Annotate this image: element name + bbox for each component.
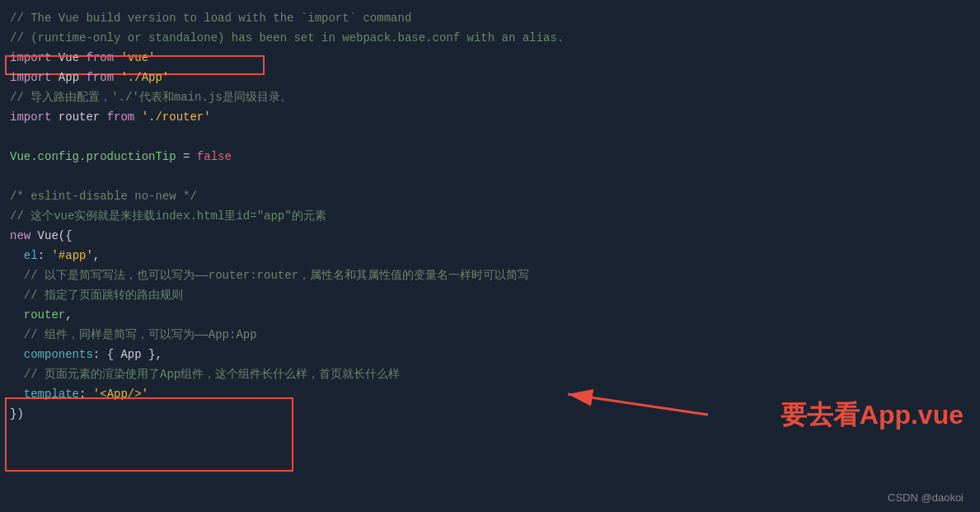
code-text <box>114 68 120 87</box>
code-text <box>10 345 24 364</box>
code-text: import <box>10 108 51 126</box>
code-line-6: import router from './router' <box>0 107 980 127</box>
code-text: el <box>24 247 38 265</box>
code-line-11: // 这个vue实例就是来挂载index.html里id="app"的元素 <box>0 206 980 226</box>
svg-line-1 <box>568 394 708 415</box>
watermark: CSDN @daokoi <box>888 491 964 504</box>
code-text: : { App }, <box>93 345 162 364</box>
code-text: // The Vue build version to load with th… <box>10 9 411 27</box>
code-text: : <box>38 247 52 265</box>
code-text: components <box>24 345 93 364</box>
code-editor: // The Vue build version to load with th… <box>0 0 980 512</box>
code-text: from <box>86 68 114 87</box>
code-line-4: import App from './App' <box>0 68 980 87</box>
code-text: // 这个vue实例就是来挂载index.html里id="app"的元素 <box>10 207 326 225</box>
code-line-5: // 导入路由配置，'./'代表和main.js是同级目录。 <box>0 87 980 107</box>
code-text: from <box>107 108 135 126</box>
code-line-12: new Vue({ <box>0 226 980 246</box>
code-text: router <box>24 306 65 324</box>
code-line-1: // The Vue build version to load with th… <box>0 8 980 28</box>
code-line-14: // 以下是简写写法，也可以写为——router:router，属性名和其属性值… <box>0 265 980 285</box>
code-line-16: router, <box>0 305 980 325</box>
code-line-7 <box>0 127 980 147</box>
code-text: // (runtime-only or standalone) has been… <box>10 29 564 47</box>
code-text: './router' <box>142 108 211 126</box>
highlight-box-2 <box>5 397 293 472</box>
code-line-10: /* eslint-disable no-new */ <box>0 186 980 206</box>
code-text: Vue({ <box>30 227 72 245</box>
code-line-8: Vue.config.productionTip = false <box>0 147 980 167</box>
code-text: , <box>65 306 72 324</box>
code-line-13: el: '#app', <box>0 246 980 265</box>
annotation-arrow <box>543 373 724 439</box>
code-line-19: // 页面元素的渲染使用了App组件，这个组件长什么样，首页就长什么样 <box>0 364 980 384</box>
code-text: // 导入路由配置，'./'代表和main.js是同级目录。 <box>10 88 292 106</box>
code-line-9 <box>0 167 980 186</box>
code-text: = <box>176 148 197 166</box>
code-text <box>134 108 141 126</box>
code-text: '#app' <box>51 247 92 265</box>
code-text: // 以下是简写写法，也可以写为——router:router，属性名和其属性值… <box>10 266 529 284</box>
code-line-2: // (runtime-only or standalone) has been… <box>0 28 980 48</box>
code-text: // 组件，同样是简写，可以写为——App:App <box>10 326 257 344</box>
code-text <box>10 247 24 265</box>
code-text: import <box>10 68 51 87</box>
annotation-text: 要去看App.vue <box>781 397 964 434</box>
code-text: , <box>93 247 100 265</box>
code-text: // 页面元素的渲染使用了App组件，这个组件长什么样，首页就长什么样 <box>10 365 400 383</box>
code-text: new <box>10 227 30 245</box>
code-text: /* eslint-disable no-new */ <box>10 187 197 205</box>
code-text: App <box>51 68 86 87</box>
code-text: // 指定了页面跳转的路由规则 <box>10 286 183 304</box>
code-line-17: // 组件，同样是简写，可以写为——App:App <box>0 325 980 345</box>
code-text: false <box>197 148 232 166</box>
code-text <box>10 306 24 324</box>
code-text: './App' <box>120 68 169 87</box>
code-line-18: components: { App }, <box>0 345 980 364</box>
code-text: router <box>51 108 106 126</box>
code-line-15: // 指定了页面跳转的路由规则 <box>0 285 980 305</box>
code-text: Vue.config.productionTip <box>10 148 176 166</box>
